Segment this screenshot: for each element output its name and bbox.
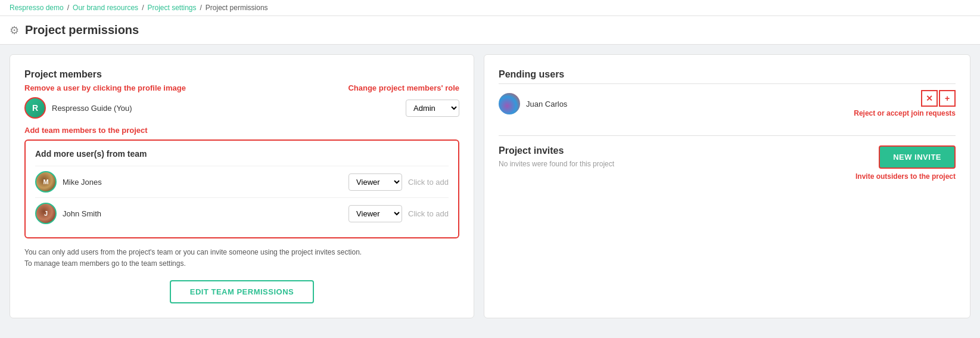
reject-accept-buttons: ✕ + (921, 90, 956, 107)
mike-role-wrapper: Viewer Editor Admin Click to add (349, 173, 449, 191)
current-member-name: Respresso Guide (You) (52, 104, 132, 113)
current-member-row: R Respresso Guide (You) Admin Editor Vie… (24, 97, 459, 119)
project-members-title: Project members (24, 69, 459, 80)
pending-users-title: Pending users (499, 69, 956, 80)
team-member-row-john: J John Smith Viewer Editor Admin Click t… (35, 197, 449, 229)
invite-outsiders-label: Invite outsiders to the project (855, 172, 956, 181)
breadcrumb-brand-resources[interactable]: Our brand resources (73, 4, 138, 12)
team-member-row-mike: M Mike Jones Viewer Editor Admin Click t… (35, 166, 449, 197)
reject-button[interactable]: ✕ (921, 90, 938, 107)
breadcrumb-sep-3: / (200, 4, 202, 12)
breadcrumb: Respresso demo / Our brand resources / P… (0, 0, 980, 16)
add-team-members-label: Add team members to the project (24, 126, 459, 135)
change-role-label: Change project members' role (348, 83, 459, 92)
breadcrumb-project-settings[interactable]: Project settings (147, 4, 196, 12)
current-member-avatar[interactable]: R (24, 97, 46, 119)
accept-button[interactable]: + (939, 90, 956, 107)
reject-accept-label: Reject or accept join requests (854, 109, 956, 117)
pending-user-row: Juan Carlos ✕ + Reject or accept join re… (499, 83, 956, 123)
juan-carlos-avatar (499, 93, 520, 114)
page-title: Project permissions (25, 23, 139, 37)
breadcrumb-current: Project permissions (206, 4, 268, 12)
pending-users-section: Pending users Juan Carlos ✕ + Reject or … (499, 69, 956, 123)
remove-user-label: Remove a user by clicking the profile im… (24, 83, 186, 92)
breadcrumb-respresso-demo[interactable]: Respresso demo (10, 4, 64, 12)
left-panel: Project members Remove a user by clickin… (10, 54, 474, 318)
edit-team-permissions-button[interactable]: EDIT TEAM PERMISSIONS (170, 280, 314, 303)
mike-role-select[interactable]: Viewer Editor Admin (349, 173, 402, 191)
add-team-box: Add more user(s) from team M Mike Jones … (24, 139, 459, 238)
current-member-role-select[interactable]: Admin Editor Viewer (406, 100, 459, 117)
project-invites-section: Project invites No invites were found fo… (499, 135, 956, 181)
mike-click-to-add[interactable]: Click to add (408, 178, 449, 187)
mike-avatar: M (35, 171, 57, 193)
right-panel: Pending users Juan Carlos ✕ + Reject or … (484, 54, 970, 318)
invites-title-block: Project invites No invites were found fo… (499, 145, 614, 168)
add-team-box-title: Add more user(s) from team (35, 149, 449, 159)
gear-icon: ⚙ (10, 24, 19, 37)
no-invites-text: No invites were found for this project (499, 160, 614, 168)
john-role-select[interactable]: Viewer Editor Admin (349, 205, 402, 222)
main-content: Project members Remove a user by clickin… (0, 45, 980, 328)
new-invite-button[interactable]: NEW INVITE (879, 145, 956, 169)
juan-carlos-name: Juan Carlos (526, 100, 567, 108)
breadcrumb-sep-1: / (67, 4, 69, 12)
john-click-to-add[interactable]: Click to add (408, 209, 449, 218)
john-avatar: J (35, 203, 57, 224)
john-role-wrapper: Viewer Editor Admin Click to add (349, 205, 449, 222)
page-header: ⚙ Project permissions (0, 16, 980, 45)
breadcrumb-sep-2: / (142, 4, 144, 12)
john-name: John Smith (63, 209, 101, 218)
mike-name: Mike Jones (63, 178, 102, 187)
info-text: You can only add users from the project'… (24, 247, 459, 269)
invites-header: Project invites No invites were found fo… (499, 145, 956, 181)
project-invites-title: Project invites (499, 145, 614, 156)
current-member-role-wrapper: Admin Editor Viewer (406, 100, 459, 117)
